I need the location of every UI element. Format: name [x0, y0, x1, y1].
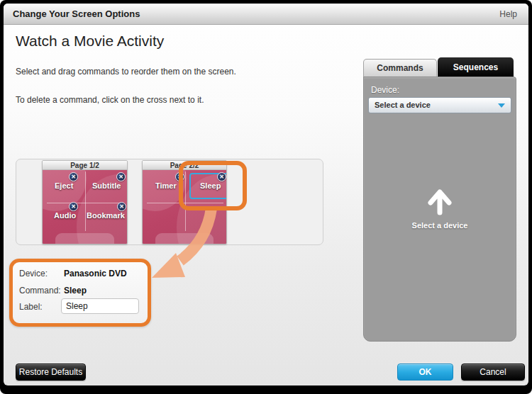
arrow-up-icon: [424, 187, 455, 215]
page-2-title: Page 2/2: [143, 161, 226, 170]
device-select-dropdown[interactable]: Select a device: [368, 97, 511, 113]
titlebar: Change Your Screen Options Help: [4, 4, 528, 25]
label-field-label: Label:: [19, 302, 43, 312]
page-preview-2: Page 2/2 ✕ Timer ✕ Sleep: [142, 160, 227, 244]
command-detail-box: Device: Panasonic DVD Command: Sleep Lab…: [9, 259, 151, 327]
tab-commands[interactable]: Commands: [363, 59, 437, 77]
page-1-screen: ✕ Eject ✕ Subtitle ✕ Audio ✕ Bookmark: [43, 170, 127, 244]
page-1-title: Page 1/2: [43, 161, 127, 170]
page-title: Watch a Movie Activity: [16, 33, 164, 50]
device-label: Device:: [19, 269, 48, 278]
empty-state-text: Select a device: [364, 221, 516, 230]
divider: [185, 171, 186, 231]
restore-defaults-button[interactable]: Restore Defaults: [16, 364, 86, 381]
delete-command-icon[interactable]: ✕: [69, 172, 78, 181]
command-bookmark[interactable]: Bookmark: [87, 211, 125, 220]
command-eject[interactable]: Eject: [55, 181, 73, 190]
command-subtitle[interactable]: Subtitle: [92, 181, 121, 190]
command-timer[interactable]: Timer: [155, 181, 177, 190]
decor-next-row: [55, 233, 114, 244]
divider: [147, 203, 223, 203]
delete-command-icon[interactable]: ✕: [175, 172, 184, 181]
delete-command-icon[interactable]: ✕: [117, 202, 126, 211]
commands-panel: Device: Select a device Select a device: [363, 77, 516, 342]
command-sleep[interactable]: Sleep: [200, 181, 221, 190]
delete-command-icon[interactable]: ✕: [217, 172, 226, 181]
command-audio[interactable]: Audio: [54, 211, 76, 220]
divider: [85, 171, 86, 231]
empty-state: Select a device: [364, 187, 516, 230]
device-select-value: Select a device: [375, 98, 431, 113]
cancel-button[interactable]: Cancel: [461, 364, 525, 381]
page-2-screen: ✕ Timer ✕ Sleep: [143, 170, 226, 244]
decor-next-row: [155, 233, 214, 244]
divider: [47, 203, 123, 203]
help-link[interactable]: Help: [499, 4, 517, 25]
chevron-down-icon: [498, 103, 505, 108]
dialog-content: Change Your Screen Options Help Watch a …: [4, 4, 528, 385]
device-value: Panasonic DVD: [64, 269, 127, 278]
panel-device-label: Device:: [371, 85, 399, 95]
ok-button[interactable]: OK: [397, 364, 453, 381]
delete-command-icon[interactable]: ✕: [69, 202, 78, 211]
dialog-title: Change Your Screen Options: [13, 4, 140, 25]
instruction-reorder: Select and drag commands to reorder them…: [16, 66, 243, 78]
delete-command-icon[interactable]: ✕: [116, 172, 126, 181]
tab-sequences[interactable]: Sequences: [438, 57, 514, 77]
command-label: Command:: [19, 286, 61, 296]
instruction-delete: To delete a command, click on the cross …: [16, 94, 243, 106]
label-input[interactable]: [61, 298, 139, 314]
page-preview-1: Page 1/2 ✕ Eject ✕ Subtitle ✕ Audio ✕ Bo…: [42, 160, 128, 244]
command-value: Sleep: [64, 286, 87, 296]
dialog-window: Change Your Screen Options Help Watch a …: [0, 0, 532, 394]
